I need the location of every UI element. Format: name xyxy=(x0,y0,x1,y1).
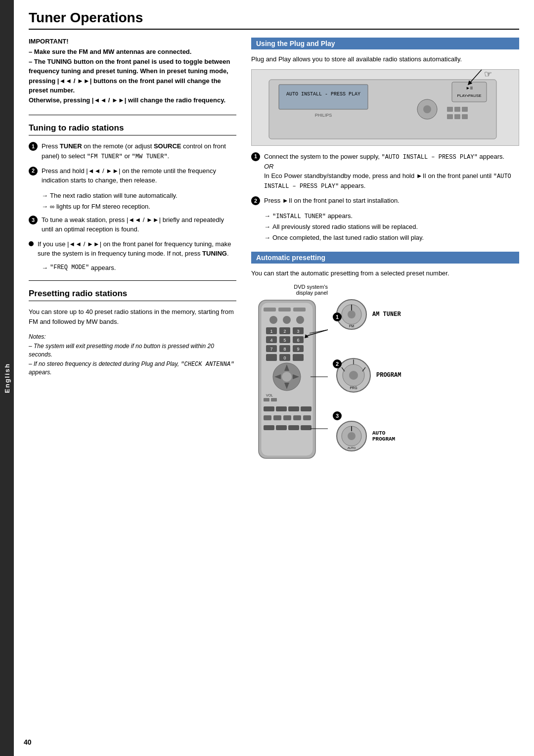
plug-play-intro: Plug and Play allows you to store all av… xyxy=(251,54,519,64)
notes-title: Notes: xyxy=(29,333,236,340)
step-2-content: Press and hold |◄◄ / ►►| on the remote u… xyxy=(42,166,236,185)
svg-rect-63 xyxy=(303,415,311,420)
svg-rect-57 xyxy=(288,406,299,411)
tuning-step-1: 1 Press TUNER on the remote (or adjust S… xyxy=(29,141,236,161)
svg-rect-10 xyxy=(462,107,468,112)
svg-rect-42 xyxy=(266,354,277,361)
remote-badge-3: 3 xyxy=(333,411,342,420)
svg-text:4: 4 xyxy=(270,338,272,343)
svg-rect-19 xyxy=(278,308,291,311)
svg-text:PHILIPS: PHILIPS xyxy=(315,113,332,118)
svg-rect-11 xyxy=(447,114,453,119)
presetting-intro: You can store up to 40 preset radio stat… xyxy=(29,307,236,326)
remote-badge-1: 1 xyxy=(333,312,342,321)
arrow-text-3b: appears. xyxy=(89,264,116,272)
svg-point-7 xyxy=(423,105,431,113)
svg-rect-66 xyxy=(288,425,299,430)
plug-play-header: Using the Plug and Play xyxy=(251,38,519,49)
tuning-steps: 1 Press TUNER on the remote (or adjust S… xyxy=(29,141,236,185)
svg-rect-9 xyxy=(454,107,460,112)
svg-rect-59 xyxy=(264,415,271,420)
bullet-icon xyxy=(29,241,34,246)
svg-point-21 xyxy=(269,316,277,324)
important-line2: – The TUNING button on the front panel i… xyxy=(29,58,230,94)
auto-presetting-wrapper: Automatic presetting You can start the a… xyxy=(251,252,519,468)
svg-rect-62 xyxy=(293,415,301,420)
arrow-text-2: ∞ lights up for FM stereo reception. xyxy=(50,202,150,211)
pp-arrow-icon-2: → xyxy=(264,222,270,231)
step-1-content: Press TUNER on the remote (or adjust SOU… xyxy=(42,141,236,161)
tuning-step-3: 3 To tune a weak station, press |◄◄ / ►►… xyxy=(29,215,236,234)
svg-rect-45 xyxy=(293,354,304,361)
badge-2: 2 xyxy=(333,359,342,368)
svg-text:►II: ►II xyxy=(466,86,473,90)
dial-3: AUTO AUTOPROGRAM xyxy=(336,420,401,452)
svg-rect-54 xyxy=(271,398,277,401)
step-num-3: 3 xyxy=(29,216,38,224)
svg-rect-20 xyxy=(293,308,306,311)
pp-arrow-text-2: All previously stored radio stations wil… xyxy=(272,222,418,231)
svg-rect-13 xyxy=(462,114,468,119)
page-title: Tuner Operations xyxy=(29,10,519,30)
pp-arrow-2: → All previously stored radio stations w… xyxy=(264,222,519,231)
pp-arrow-icon-1: → xyxy=(264,212,270,221)
dial-1-label: AM TUNER xyxy=(372,311,401,318)
svg-rect-8 xyxy=(447,107,453,112)
svg-text:PLAY•PAUSE: PLAY•PAUSE xyxy=(457,93,481,98)
arrow-icon-3: → xyxy=(42,264,48,272)
two-column-layout: IMPORTANT! – Make sure the FM and MW ant… xyxy=(29,38,519,467)
important-line1: – Make sure the FM and MW antennas are c… xyxy=(29,48,191,55)
divider-2 xyxy=(29,280,236,281)
svg-point-75 xyxy=(348,311,356,318)
main-content: Tuner Operations IMPORTANT! – Make sure … xyxy=(14,0,534,482)
notes-section: Notes: – The system will exit presetting… xyxy=(29,333,236,377)
svg-rect-18 xyxy=(264,308,276,311)
sidebar-label: English xyxy=(3,363,11,393)
svg-rect-61 xyxy=(283,415,291,420)
remote-badge-2: 2 xyxy=(333,359,342,368)
svg-text:VOL: VOL xyxy=(266,394,273,397)
svg-rect-64 xyxy=(264,425,274,430)
svg-text:PRG: PRG xyxy=(350,386,357,390)
tuning-bullet-step: If you use |◄◄ / ►►| on the front panel … xyxy=(29,239,236,259)
note-1: – The system will exit presetting mode i… xyxy=(29,342,236,359)
pp-step-2-content: Press ►II on the front panel to start in… xyxy=(264,196,519,206)
dial-2: PRG PROGRAM xyxy=(336,357,401,393)
presetting-heading: Presetting radio stations xyxy=(29,289,236,301)
tuning-heading: Tuning to radio stations xyxy=(29,123,236,135)
dial-3-label: AUTOPROGRAM xyxy=(372,430,395,442)
presetting-section: Presetting radio stations You can store … xyxy=(29,289,236,377)
svg-text:2: 2 xyxy=(283,329,286,334)
step-num-2: 2 xyxy=(29,167,38,176)
svg-text:7: 7 xyxy=(270,347,272,352)
dial-1: FM AM TUNER xyxy=(336,299,401,330)
svg-rect-58 xyxy=(301,406,312,411)
svg-text:FM: FM xyxy=(349,324,354,328)
dvd-label: DVD system'sdisplay panel xyxy=(251,284,328,296)
svg-text:AUTO: AUTO xyxy=(348,446,356,449)
arrow-icon-1: → xyxy=(42,191,48,200)
step-num-1: 1 xyxy=(29,142,38,151)
svg-point-47 xyxy=(282,372,292,382)
sidebar: English xyxy=(0,0,14,756)
tuning-arrow: → "FREQ MODE" appears. xyxy=(42,264,236,272)
svg-rect-1 xyxy=(279,85,368,109)
bullet-content: If you use |◄◄ / ►►| on the front panel … xyxy=(38,239,236,259)
badge-3: 3 xyxy=(333,411,342,420)
svg-rect-67 xyxy=(301,425,312,430)
svg-rect-12 xyxy=(454,114,460,119)
svg-text:6: 6 xyxy=(297,338,299,343)
dial-3-svg: AUTO xyxy=(336,420,367,452)
arrow-1: → The next radio station will tune autom… xyxy=(42,191,236,200)
dial-2-label: PROGRAM xyxy=(376,372,401,379)
arrow-2: → ∞ lights up for FM stereo reception. xyxy=(42,202,236,211)
svg-point-23 xyxy=(296,316,304,324)
pp-arrow-icon-3: → xyxy=(264,233,270,242)
device-svg: AUTO INSTALL - PRESS PLAY ►II PLAY•PAUSE… xyxy=(252,70,519,146)
pp-arrow-text-3: Once completed, the last tuned radio sta… xyxy=(272,233,424,242)
badge-1: 1 xyxy=(333,312,342,321)
plug-play-step-2: 2 Press ►II on the front panel to start … xyxy=(251,196,519,206)
svg-point-87 xyxy=(348,432,356,440)
svg-text:3: 3 xyxy=(297,329,299,334)
pp-step-num-1: 1 xyxy=(251,152,260,161)
